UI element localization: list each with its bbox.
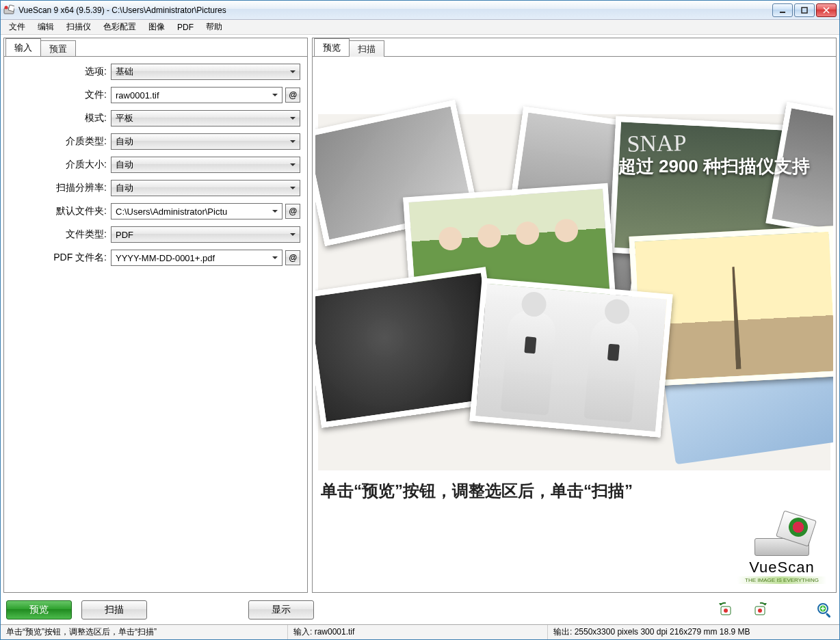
svg-point-2 — [5, 5, 8, 9]
menu-edit[interactable]: 编辑 — [32, 20, 60, 34]
logo-scanner-icon — [754, 519, 809, 556]
rotate-left-icon[interactable] — [716, 600, 735, 619]
svg-rect-4 — [802, 8, 807, 13]
twins-figures — [483, 291, 659, 424]
label-options: 选项: — [8, 66, 111, 78]
row-default-dir: 默认文件夹: C:\Users\Administrator\Pictu @ — [8, 203, 300, 219]
scan-button[interactable]: 扫描 — [81, 600, 147, 619]
settings-tabs: 输入 预置 — [4, 38, 307, 56]
menu-image[interactable]: 图像 — [143, 20, 170, 34]
row-pdf-name: PDF 文件名: YYYY-MM-DD-0001+.pdf @ — [8, 250, 300, 266]
status-bar: 单击“预览”按钮，调整选区后，单击“扫描” 输入: raw0001.tif 输出… — [1, 624, 839, 639]
input-default-dir[interactable]: C:\Users\Administrator\Pictu — [111, 203, 283, 219]
row-media-size: 介质大小: 自动 — [8, 157, 300, 173]
browse-pdf-button[interactable]: @ — [285, 250, 300, 265]
svg-point-6 — [724, 609, 728, 613]
preview-body: SNAP 超过 2900 种扫描仪支持 — [313, 56, 836, 592]
collage-inner: SNAP 超过 2900 种扫描仪支持 — [318, 149, 830, 436]
combo-media-size[interactable]: 自动 — [111, 157, 300, 173]
rotate-right-icon[interactable] — [750, 600, 770, 619]
input-pdf-name[interactable]: YYYY-MM-DD-0001+.pdf — [111, 250, 283, 266]
show-button[interactable]: 显示 — [248, 600, 314, 619]
menu-file[interactable]: 文件 — [3, 20, 31, 34]
row-file-type: 文件类型: PDF — [8, 226, 300, 243]
splash-collage: SNAP 超过 2900 种扫描仪支持 — [318, 114, 830, 470]
menu-help[interactable]: 帮助 — [200, 20, 228, 34]
title-bar: VueScan 9 x64 (9.5.39) - C:\Users\Admini… — [1, 1, 839, 20]
maximize-button[interactable] — [794, 3, 815, 17]
photo-twins — [469, 278, 672, 438]
client-area: 输入 预置 选项: 基础 文件: raw0001.tif @ — [1, 35, 839, 596]
label-media-size: 介质大小: — [8, 159, 111, 171]
label-pdf-name: PDF 文件名: — [8, 252, 111, 264]
preview-button[interactable]: 预览 — [6, 600, 72, 619]
app-icon — [3, 5, 14, 16]
input-file[interactable]: raw0001.tif — [111, 87, 283, 103]
tab-scan[interactable]: 扫描 — [349, 40, 384, 57]
row-media-type: 介质类型: 自动 — [8, 133, 300, 150]
menu-color[interactable]: 色彩配置 — [98, 20, 142, 34]
button-bar: 预览 扫描 显示 — [1, 596, 839, 624]
status-output: 输出: 2550x3300 pixels 300 dpi 216x279 mm … — [548, 625, 839, 639]
settings-body: 选项: 基础 文件: raw0001.tif @ 模式: 平板 — [4, 56, 307, 592]
label-file-type: 文件类型: — [8, 228, 111, 241]
combo-media-type[interactable]: 自动 — [111, 133, 300, 150]
menu-pdf[interactable]: PDF — [172, 21, 199, 34]
label-file: 文件: — [8, 89, 111, 101]
window-buttons — [772, 3, 837, 17]
row-file: 文件: raw0001.tif @ — [8, 87, 300, 103]
settings-panel: 输入 预置 选项: 基础 文件: raw0001.tif @ — [3, 38, 308, 593]
preview-canvas: SNAP 超过 2900 种扫描仪支持 — [315, 59, 833, 589]
combo-file-type[interactable]: PDF — [111, 226, 300, 243]
tab-preview[interactable]: 预览 — [314, 38, 350, 56]
vuescan-logo: VueScan THE IMAGE IS EVERYTHING — [737, 519, 826, 584]
splash-headline: 超过 2900 种扫描仪支持 — [618, 155, 810, 178]
label-mode: 模式: — [8, 112, 111, 124]
label-resolution: 扫描分辨率: — [8, 182, 111, 194]
minimize-button[interactable] — [772, 3, 793, 17]
window-title: VueScan 9 x64 (9.5.39) - C:\Users\Admini… — [18, 5, 772, 15]
label-media-type: 介质类型: — [8, 135, 111, 148]
tab-input[interactable]: 输入 — [5, 38, 41, 56]
combo-resolution[interactable]: 自动 — [111, 180, 300, 196]
row-mode: 模式: 平板 — [8, 110, 300, 126]
svg-rect-10 — [826, 613, 831, 618]
close-button[interactable] — [816, 3, 837, 17]
menu-bar: 文件 编辑 扫描仪 色彩配置 图像 PDF 帮助 — [1, 20, 839, 35]
menu-scanner[interactable]: 扫描仪 — [61, 20, 96, 34]
kids-faces — [430, 217, 587, 251]
logo-tagline: THE IMAGE IS EVERYTHING — [737, 576, 826, 584]
splash-instruction: 单击“预览”按钮，调整选区后，单击“扫描” — [315, 473, 833, 502]
label-default-dir: 默认文件夹: — [8, 205, 111, 217]
tab-presets[interactable]: 预置 — [40, 40, 76, 57]
zoom-in-icon[interactable] — [815, 600, 834, 619]
status-hint: 单击“预览”按钮，调整选区后，单击“扫描” — [1, 625, 288, 639]
status-input: 输入: raw0001.tif — [288, 625, 548, 639]
row-resolution: 扫描分辨率: 自动 — [8, 180, 300, 196]
preview-tabs: 预览 扫描 — [313, 38, 836, 56]
svg-rect-3 — [780, 12, 785, 13]
settings-form: 选项: 基础 文件: raw0001.tif @ 模式: 平板 — [4, 57, 307, 592]
svg-point-8 — [758, 609, 762, 613]
app-window: VueScan 9 x64 (9.5.39) - C:\Users\Admini… — [0, 0, 840, 640]
snap-text: SNAP — [627, 130, 687, 157]
row-options: 选项: 基础 — [8, 64, 300, 80]
svg-rect-1 — [8, 5, 14, 12]
browse-dir-button[interactable]: @ — [285, 204, 300, 219]
preview-panel: 预览 扫描 SNAP — [312, 38, 837, 593]
logo-brand-text: VueScan — [737, 559, 826, 576]
combo-options[interactable]: 基础 — [111, 64, 300, 80]
browse-file-button[interactable]: @ — [285, 88, 300, 103]
combo-mode[interactable]: 平板 — [111, 110, 300, 126]
